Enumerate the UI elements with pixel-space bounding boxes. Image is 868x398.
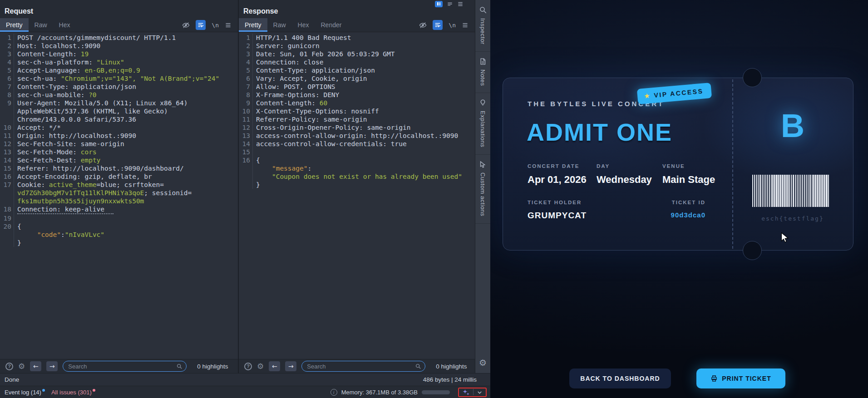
show-newlines-icon[interactable]: \n xyxy=(449,22,456,29)
line-number: 20 xyxy=(0,222,14,231)
code-token xyxy=(256,164,272,172)
barcode-bar xyxy=(764,175,764,207)
tab-render[interactable]: Render xyxy=(315,18,348,32)
barcode-bar xyxy=(762,175,763,207)
code-line: 9User-Agent: Mozilla/5.0 (X11; Linux x86… xyxy=(0,99,238,107)
sidebar-tab-custom-actions[interactable]: Custom actions xyxy=(475,155,490,224)
barcode-bar xyxy=(789,175,790,207)
sidebar-tab-inspector[interactable]: Inspector xyxy=(475,0,490,52)
ticket-notch-bottom xyxy=(743,241,762,260)
barcode-bar xyxy=(802,175,803,207)
code-line: 13Sec-Fetch-Mode: cors xyxy=(0,148,238,156)
hide-matches-eye-slash-icon[interactable] xyxy=(419,21,427,29)
code-token: Sec-Fetch-Site: same-origin xyxy=(17,140,124,148)
response-search-input[interactable] xyxy=(301,361,425,372)
search-icon xyxy=(176,363,182,371)
back-to-dashboard-button[interactable]: BACK TO DASHBOARD xyxy=(569,369,671,388)
sidebar-tab-explanations[interactable]: Explanations xyxy=(475,93,490,154)
code-token: X-Frame-Options: DENY xyxy=(256,91,339,99)
tab-pretty[interactable]: Pretty xyxy=(0,18,29,32)
code-token: sec-ch-ua: xyxy=(17,74,61,83)
code-token: "code" xyxy=(37,231,61,239)
code-line: 15Referer: http://localhost.:9090/dashbo… xyxy=(0,164,238,172)
tab-raw[interactable]: Raw xyxy=(267,18,292,32)
previous-match-button[interactable]: ← xyxy=(30,361,41,371)
line-number xyxy=(239,164,253,172)
code-line: 10Accept: */* xyxy=(0,123,238,132)
barcode-bar xyxy=(795,175,796,207)
response-editor[interactable]: 1HTTP/1.1 400 Bad Request2Server: gunico… xyxy=(239,32,475,359)
all-issues-link[interactable]: All issues (301) xyxy=(51,389,92,396)
line-number: 17 xyxy=(0,181,14,189)
editor-menu-icon[interactable] xyxy=(225,22,232,29)
barcode-bar xyxy=(791,175,792,207)
field-value: Wednesday xyxy=(597,174,662,186)
ai-sparkles-icon[interactable] xyxy=(462,388,470,396)
layout-menu-icon[interactable] xyxy=(457,1,464,7)
chevron-down-icon[interactable] xyxy=(477,389,483,395)
help-icon[interactable]: ? xyxy=(5,363,13,370)
code-token: active_theme xyxy=(49,181,97,189)
word-wrap-toggle-button[interactable] xyxy=(196,20,206,30)
ticket-field-day: DAYWednesday xyxy=(597,163,662,186)
code-line: 7Allow: POST, OPTIONS xyxy=(239,83,475,91)
app-root: Request PrettyRawHex \n 1POST /accounts/… xyxy=(0,0,868,398)
line-number: 4 xyxy=(0,58,14,66)
line-number: 10 xyxy=(239,107,253,115)
field-label: CONCERT DATE xyxy=(528,163,597,169)
code-token: Origin: http://localhost.:9090 xyxy=(17,132,136,140)
hide-matches-eye-slash-icon[interactable] xyxy=(182,21,190,29)
code-token: en-GB,en;q=0.9 xyxy=(84,66,140,74)
tab-hex[interactable]: Hex xyxy=(292,18,315,32)
editor-menu-icon[interactable] xyxy=(462,22,469,29)
search-settings-gear-icon[interactable]: ⚙ xyxy=(18,363,25,370)
line-number: 12 xyxy=(0,140,14,148)
code-line: 6sec-ch-ua: "Chromium";v="143", "Not A(B… xyxy=(0,74,238,83)
barcode-bar xyxy=(813,175,814,207)
tab-pretty[interactable]: Pretty xyxy=(239,18,267,32)
request-tabbar: PrettyRawHex \n xyxy=(0,18,238,32)
tab-raw[interactable]: Raw xyxy=(29,18,53,32)
layout-rows-icon[interactable] xyxy=(447,1,453,7)
code-line: "code":"nIvaVLvc" xyxy=(0,231,238,239)
line-number: 9 xyxy=(239,99,253,107)
search-settings-gear-icon[interactable]: ⚙ xyxy=(257,363,264,370)
code-line: 14access-control-allow-credentials: true xyxy=(239,140,475,148)
code-token: X-Content-Type-Options: nosniff xyxy=(256,107,379,115)
code-line: } xyxy=(239,181,475,189)
response-highlights-count: 0 highlights xyxy=(436,363,467,370)
perforation-dashed-line xyxy=(732,79,733,249)
settings-gear-icon[interactable]: ⚙ xyxy=(479,358,487,368)
line-number xyxy=(0,239,14,247)
barcode-bar xyxy=(800,175,801,207)
code-line: 16{ xyxy=(239,156,475,164)
line-number: 6 xyxy=(0,74,14,83)
sidebar-tab-label: Custom actions xyxy=(479,172,486,216)
barcode-bar xyxy=(760,175,761,207)
previous-match-button[interactable]: ← xyxy=(269,361,280,371)
response-size-time: 486 bytes | 24 millis xyxy=(423,376,477,383)
code-line: 18Connection: keep-alive xyxy=(0,205,238,214)
request-editor[interactable]: 1POST /accounts/gimmemydiscount/ HTTP/1.… xyxy=(0,32,238,359)
sidebar-tab-notes[interactable]: Notes xyxy=(475,52,490,93)
event-log-link[interactable]: Event log (14) xyxy=(5,389,41,396)
line-number: 2 xyxy=(0,42,14,50)
next-match-button[interactable]: → xyxy=(46,361,58,371)
field-label: VENUE xyxy=(662,163,715,169)
tab-hex[interactable]: Hex xyxy=(53,18,76,32)
print-ticket-button[interactable]: PRINT TICKET xyxy=(696,369,785,388)
explanations-icon xyxy=(479,99,487,107)
response-editor-icons: \n xyxy=(419,18,475,32)
show-newlines-icon[interactable]: \n xyxy=(212,22,219,29)
memory-label: Memory: 367.1MB of 3.38GB xyxy=(341,389,418,396)
line-number: 7 xyxy=(0,83,14,91)
help-icon[interactable]: ? xyxy=(244,363,252,370)
word-wrap-toggle-button[interactable] xyxy=(433,20,443,30)
line-number: 7 xyxy=(239,83,253,91)
request-search-input[interactable] xyxy=(63,361,187,372)
pause-button[interactable] xyxy=(435,1,443,7)
printer-icon xyxy=(710,375,718,382)
barcode-bar xyxy=(776,175,777,207)
code-token: Server: gunicorn xyxy=(256,42,320,50)
next-match-button[interactable]: → xyxy=(285,361,296,371)
